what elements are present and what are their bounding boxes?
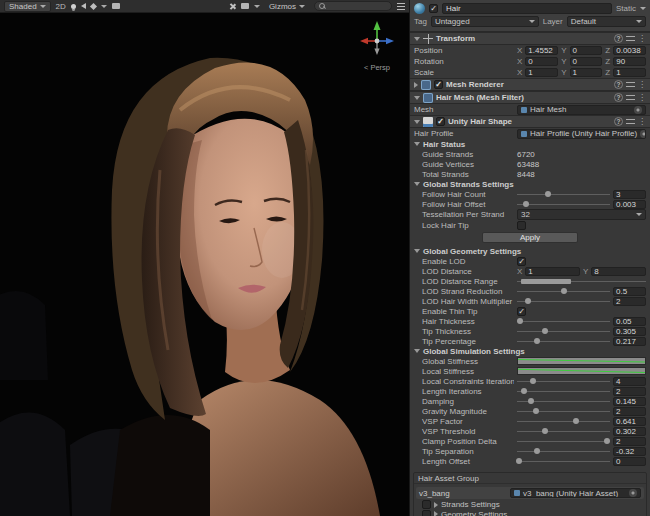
kebab-menu-icon[interactable]: ⋮ xyxy=(638,117,646,126)
active-checkbox[interactable]: ✓ xyxy=(429,4,438,13)
length-iterations-input[interactable]: 2 xyxy=(613,387,646,396)
damping-slider[interactable] xyxy=(517,397,610,406)
follow-hair-offset-input[interactable]: 0.003 xyxy=(613,200,646,209)
scene-search-input[interactable] xyxy=(314,1,392,11)
hair-status-foldout[interactable]: Hair Status xyxy=(410,139,650,149)
mesh-object-field[interactable]: Hair Mesh xyxy=(517,105,646,115)
local-stiffness-curve[interactable] xyxy=(517,367,646,375)
kebab-menu-icon[interactable]: ⋮ xyxy=(638,80,646,89)
mesh-renderer-enabled-checkbox[interactable]: ✓ xyxy=(434,80,443,89)
length-offset-input[interactable]: 0 xyxy=(613,457,646,466)
asset-row-v3-bang[interactable]: v3_bang v3_bang (Unity Hair Asset) xyxy=(416,487,644,499)
position-x-input[interactable]: 1.4552 xyxy=(525,46,558,55)
camera-dropdown-icon[interactable] xyxy=(254,5,260,8)
tip-thickness-slider[interactable] xyxy=(517,327,610,336)
preset-icon[interactable] xyxy=(626,94,635,101)
scene-effects-icon[interactable] xyxy=(90,2,97,9)
preset-icon[interactable] xyxy=(626,81,635,88)
global-geometry-foldout[interactable]: Global Geometry Settings xyxy=(410,246,650,256)
follow-hair-count-slider[interactable] xyxy=(517,190,610,199)
position-y-input[interactable]: 0 xyxy=(570,46,603,55)
clamp-position-delta-slider[interactable] xyxy=(517,437,610,446)
tip-percentage-input[interactable]: 0.217 xyxy=(613,337,646,346)
global-stiffness-curve[interactable] xyxy=(517,357,646,365)
object-picker-icon[interactable] xyxy=(640,130,646,138)
gravity-magnitude-input[interactable]: 2 xyxy=(613,407,646,416)
lock-hair-tip-checkbox[interactable] xyxy=(517,221,526,230)
rotation-x-input[interactable]: 0 xyxy=(525,57,558,66)
scene-lighting-icon[interactable] xyxy=(71,4,76,9)
tip-thickness-input[interactable]: 0.305 xyxy=(613,327,646,336)
help-icon[interactable]: ? xyxy=(614,34,623,43)
vsp-threshold-input[interactable]: 0.302 xyxy=(613,427,646,436)
hair-shape-enabled-checkbox[interactable]: ✓ xyxy=(436,117,445,126)
v3-bang-object-field[interactable]: v3_bang (Unity Hair Asset) xyxy=(510,488,641,498)
foldout-icon[interactable] xyxy=(434,502,438,508)
hair-thickness-input[interactable]: 0.05 xyxy=(613,317,646,326)
scale-z-input[interactable]: 1 xyxy=(613,68,646,77)
tessellation-dropdown[interactable]: 32 xyxy=(517,209,646,220)
foldout-icon[interactable] xyxy=(414,82,418,88)
vsp-factor-slider[interactable] xyxy=(517,417,610,426)
scene-camera-icon[interactable] xyxy=(112,3,120,9)
enable-lod-checkbox[interactable]: ✓ xyxy=(517,257,526,266)
gameobject-name-input[interactable]: Hair xyxy=(442,3,612,14)
preset-icon[interactable] xyxy=(626,118,635,125)
layer-dropdown[interactable]: Default xyxy=(567,16,646,27)
position-z-input[interactable]: 0.0038 xyxy=(613,46,646,55)
gizmos-dropdown[interactable]: Gizmos xyxy=(265,1,309,12)
length-offset-slider[interactable] xyxy=(517,457,610,466)
apply-button[interactable]: Apply xyxy=(482,232,578,243)
rotation-y-input[interactable]: 0 xyxy=(570,57,603,66)
vsp-threshold-slider[interactable] xyxy=(517,427,610,436)
scene-audio-icon[interactable] xyxy=(81,3,86,9)
object-picker-icon[interactable] xyxy=(634,106,642,114)
effects-dropdown-icon[interactable] xyxy=(101,5,107,8)
vsp-factor-input[interactable]: 0.641 xyxy=(613,417,646,426)
perspective-label[interactable]: < Persp xyxy=(353,63,401,72)
shading-mode-dropdown[interactable]: Shaded xyxy=(4,1,51,12)
lod-distance-range-slider[interactable] xyxy=(517,277,646,286)
tip-separation-slider[interactable] xyxy=(517,447,610,456)
scene-menu-icon[interactable] xyxy=(397,3,405,10)
transform-header[interactable]: Transform ? ⋮ xyxy=(410,32,650,45)
foldout-icon[interactable] xyxy=(434,511,438,516)
lod-hair-width-input[interactable]: 2 xyxy=(613,297,646,306)
gameobject-icon[interactable] xyxy=(414,3,425,14)
kebab-menu-icon[interactable]: ⋮ xyxy=(638,34,646,43)
mesh-renderer-header[interactable]: ✓ Mesh Renderer ? ⋮ xyxy=(410,78,650,91)
lod-distance-y-input[interactable]: 8 xyxy=(591,267,646,276)
lod-hair-width-slider[interactable] xyxy=(517,297,610,306)
follow-hair-count-input[interactable]: 3 xyxy=(613,190,646,199)
static-dropdown-icon[interactable] xyxy=(640,7,646,10)
scale-x-input[interactable]: 1 xyxy=(525,68,558,77)
local-constraints-slider[interactable] xyxy=(517,377,610,386)
lod-strand-reduction-slider[interactable] xyxy=(517,287,610,296)
hair-thickness-slider[interactable] xyxy=(517,317,610,326)
object-picker-icon[interactable] xyxy=(629,489,637,497)
foldout-icon[interactable] xyxy=(414,37,420,41)
scene-orientation-gizmo[interactable]: < Persp xyxy=(353,17,401,73)
tip-separation-input[interactable]: -0.32 xyxy=(613,447,646,456)
scene-viewport[interactable]: Shaded 2D Gizmos xyxy=(0,0,409,516)
rotation-z-input[interactable]: 90 xyxy=(613,57,646,66)
follow-hair-offset-slider[interactable] xyxy=(517,200,610,209)
help-icon[interactable]: ? xyxy=(614,117,623,126)
toggle-2d[interactable]: 2D xyxy=(56,2,66,11)
camera-settings-icon[interactable] xyxy=(241,3,249,9)
strands-settings-checkbox[interactable] xyxy=(422,500,431,509)
foldout-icon[interactable] xyxy=(414,120,420,124)
local-constraints-input[interactable]: 4 xyxy=(613,377,646,386)
geometry-settings-checkbox[interactable] xyxy=(422,510,431,516)
foldout-icon[interactable] xyxy=(414,96,420,100)
lod-strand-reduction-input[interactable]: 0.5 xyxy=(613,287,646,296)
hair-profile-object-field[interactable]: Hair Profile (Unity Hair Profile) xyxy=(517,129,646,139)
global-simulation-foldout[interactable]: Global Simulation Settings xyxy=(410,346,650,356)
mesh-filter-header[interactable]: Hair Mesh (Mesh Filter) ? ⋮ xyxy=(410,91,650,104)
scene-tools-icon[interactable] xyxy=(229,3,236,10)
global-strands-foldout[interactable]: Global Strands Settings xyxy=(410,179,650,189)
help-icon[interactable]: ? xyxy=(614,93,623,102)
clamp-position-delta-input[interactable]: 2 xyxy=(613,437,646,446)
damping-input[interactable]: 0.145 xyxy=(613,397,646,406)
gravity-magnitude-slider[interactable] xyxy=(517,407,610,416)
